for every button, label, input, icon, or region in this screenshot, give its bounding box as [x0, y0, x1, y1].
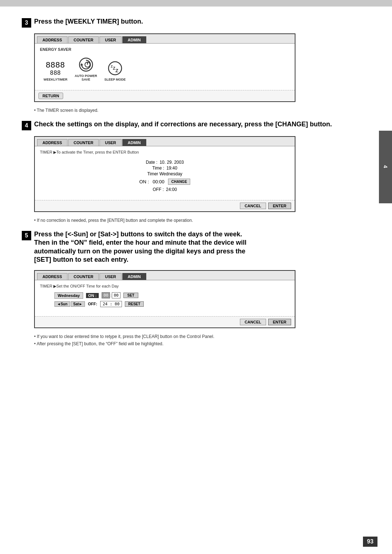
svg-text:Z: Z	[113, 66, 115, 70]
step5-screen: ADDRESS COUNTER USER ADMIN TIMER ▶Set th…	[34, 270, 295, 328]
on-hour: 00	[102, 292, 110, 298]
cancel-button-4[interactable]: CANCEL	[240, 203, 266, 209]
on-label: ON :	[139, 179, 149, 184]
step3-screen-footer: RETURN	[35, 90, 295, 101]
tab-address-2[interactable]: ADDRESS	[37, 139, 68, 146]
auto-power-icon-item: AUTO POWERSAVE	[75, 57, 97, 81]
step5-number: 5	[22, 231, 31, 240]
date-row: Date : 10. 29. 2003	[146, 160, 184, 165]
off-value: 24:00	[166, 187, 177, 192]
sleep-mode-label: SLEEP MODE	[105, 78, 126, 81]
step3-screen-body: ENERGY SAVER 8888 888 WEEKLYTIMER	[35, 43, 295, 90]
sleep-mode-svg: Z Z Z	[107, 60, 123, 76]
timer-instruction-5: TIMER ▶Set the ON/OFF Time for each Day	[40, 284, 290, 289]
step4-container: 4 Check the settings on the display, and…	[22, 120, 370, 223]
tab-counter-1[interactable]: COUNTER	[68, 36, 99, 43]
step5-footer: CANCEL ENTER	[35, 316, 295, 327]
step5-title3: automatically turn on the power using th…	[34, 247, 246, 256]
tab-admin-1[interactable]: ADMIN	[122, 36, 146, 43]
cancel-button-5[interactable]: CANCEL	[240, 319, 266, 325]
step3-note: The TIMER screen is displayed.	[34, 108, 370, 113]
step3-header: 3 Press the [WEEKLY TIMER] button.	[22, 17, 370, 28]
content-area: 3 Press the [WEEKLY TIMER] button. ADDRE…	[0, 7, 392, 363]
top-bar	[0, 0, 392, 7]
off-label-5: OFF:	[88, 302, 97, 306]
tab-address-1[interactable]: ADDRESS	[37, 36, 68, 43]
step4-note: If no correction is needed, press the [E…	[34, 218, 370, 223]
step4-title: Check the settings on the display, and i…	[34, 120, 332, 129]
step4-header: 4 Check the settings on the display, and…	[22, 120, 370, 130]
tab-admin-3[interactable]: ADMIN	[122, 273, 146, 280]
step5-title1: Press the [<-Sun] or [Sat->] buttons to …	[34, 230, 246, 239]
tab-admin-2[interactable]: ADMIN	[122, 139, 146, 146]
sleep-mode-icon-item: Z Z Z SLEEP MODE	[105, 60, 126, 81]
step5-container: 5 Press the [<-Sun] or [Sat->] buttons t…	[22, 230, 370, 346]
timer-dates: Date : 10. 29. 2003 Time : 19:40 Timer W…	[40, 160, 290, 192]
svg-marker-1	[80, 63, 83, 65]
step5-content: Wednesday ON : 00 : 00 SET	[40, 292, 290, 307]
time-label: Time :	[152, 166, 164, 171]
set-button[interactable]: SET	[123, 293, 138, 298]
step5-off-row: ◄Sun Sat► OFF: 24 : 00 RESET	[54, 301, 290, 307]
tab-user-3[interactable]: USER	[99, 273, 122, 280]
page-number: 93	[363, 537, 377, 547]
step5-titles: Press the [<-Sun] or [Sat->] buttons to …	[34, 230, 246, 264]
step5-note-1: If you want to clear entered time to ret…	[34, 334, 370, 339]
enter-button-5[interactable]: ENTER	[268, 319, 291, 325]
tab-user-2[interactable]: USER	[99, 139, 122, 146]
step3-title: Press the [WEEKLY TIMER] button.	[34, 17, 143, 26]
step5-note-2: After pressing the [SET] button, the “OF…	[34, 341, 370, 346]
step5-tabs: ADDRESS COUNTER USER ADMIN	[35, 271, 295, 280]
weekly-icon-bottom: 888	[50, 70, 61, 76]
step3-tabs: ADDRESS COUNTER USER ADMIN	[35, 34, 295, 43]
nav-right-button[interactable]: Sat►	[71, 301, 85, 307]
step4-screen: ADDRESS COUNTER USER ADMIN TIMER ▶To act…	[34, 136, 295, 212]
change-button[interactable]: CHANGE	[168, 179, 190, 185]
time-row: Time : 19:40	[152, 166, 177, 171]
step3-screen: ADDRESS COUNTER USER ADMIN ENERGY SAVER …	[34, 33, 295, 102]
step4-screen-body: TIMER ▶To activate the Timer, press the …	[35, 146, 295, 200]
tab-counter-3[interactable]: COUNTER	[68, 273, 99, 280]
page-container: 4 3 Press the [WEEKLY TIMER] button. ADD…	[0, 0, 392, 554]
reset-button[interactable]: RESET	[125, 301, 143, 307]
tab-address-3[interactable]: ADDRESS	[37, 273, 68, 280]
nav-left-button[interactable]: ◄Sun	[54, 301, 70, 307]
enter-button-4[interactable]: ENTER	[268, 203, 291, 209]
on-value: 00:00	[152, 179, 164, 184]
svg-text:Z: Z	[115, 68, 118, 73]
date-label: Date :	[146, 160, 158, 165]
weekly-timer-label: WEEKLYTIMER	[44, 78, 68, 81]
timer-instruction-4: TIMER ▶To activate the Timer, press the …	[40, 150, 290, 155]
nav-buttons: ◄Sun Sat►	[54, 301, 85, 307]
weekly-timer-icon: 8888 888	[46, 60, 65, 76]
tab-user-1[interactable]: USER	[99, 36, 122, 43]
energy-icons: 8888 888 WEEKLYTIMER	[40, 54, 290, 85]
auto-power-icon	[78, 57, 94, 73]
step5-on-row: Wednesday ON : 00 : 00 SET	[54, 292, 290, 299]
section-tab: 4	[379, 131, 392, 203]
step4-number: 4	[22, 121, 31, 130]
off-value: 24 : 00	[100, 301, 122, 307]
timer-day-row: Timer Wednesday	[147, 171, 183, 176]
day-button[interactable]: Wednesday	[54, 292, 83, 299]
off-label: OFF :	[153, 187, 164, 192]
off-row: OFF : 24:00	[153, 187, 177, 192]
step4-footer: CANCEL ENTER	[35, 200, 295, 211]
weekly-timer-icon-item: 8888 888 WEEKLYTIMER	[44, 60, 68, 81]
tab-counter-2[interactable]: COUNTER	[68, 139, 99, 146]
auto-power-svg	[78, 57, 94, 73]
return-button[interactable]: RETURN	[38, 93, 63, 99]
on-label-5: ON :	[86, 293, 99, 298]
step3-number: 3	[22, 18, 31, 28]
on-time-display: 00 : 00	[102, 292, 121, 298]
date-value: 10. 29. 2003	[160, 160, 184, 165]
step5-title4: [SET] button to set each entry.	[34, 256, 246, 264]
time-value: 19:40	[166, 166, 177, 171]
timer-center: Date : 10. 29. 2003 Time : 19:40 Timer W…	[40, 158, 290, 195]
step4-tabs: ADDRESS COUNTER USER ADMIN	[35, 137, 295, 146]
energy-saver-label: ENERGY SAVER	[40, 47, 290, 52]
sleep-mode-icon: Z Z Z	[107, 60, 123, 76]
on-row: ON : 00:00 CHANGE	[139, 179, 191, 185]
step5-screen-body: TIMER ▶Set the ON/OFF Time for each Day …	[35, 280, 295, 316]
on-minute: 00	[112, 292, 120, 298]
